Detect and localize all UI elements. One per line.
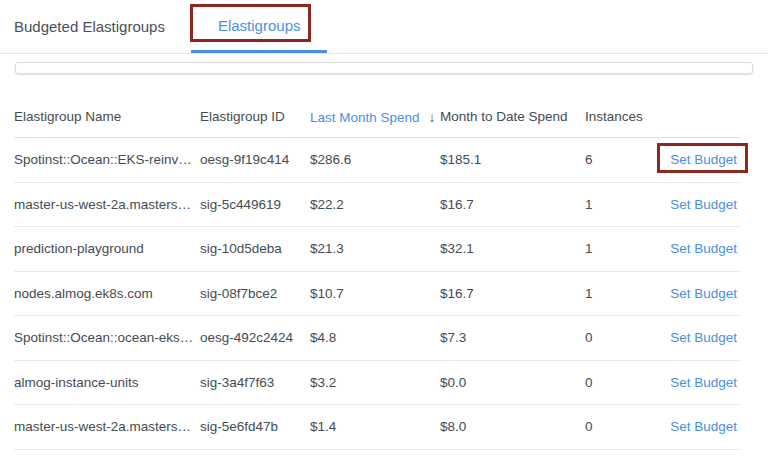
table-row: prediction-playground sig-10d5deba $21.3… xyxy=(14,227,741,272)
month-to-date-spend-value: $185.1 xyxy=(440,152,585,167)
last-month-spend-value: $286.6 xyxy=(310,152,440,167)
elastigroup-name: Spotinst::Ocean::ocean-eks… xyxy=(14,330,200,345)
tab-budgeted-elastigroups[interactable]: Budgeted Elastigroups xyxy=(14,0,165,53)
month-to-date-spend-value: $8.0 xyxy=(440,419,585,434)
set-budget-link[interactable]: Set Budget xyxy=(670,375,737,390)
budgets-screen: Budgeted Elastigroups Elastigroups Elast… xyxy=(0,0,768,457)
set-budget-link[interactable]: Set Budget xyxy=(670,419,737,434)
column-header-elastigroup-id[interactable]: Elastigroup ID xyxy=(200,109,310,124)
actions-cell: Set Budget xyxy=(670,197,741,212)
elastigroup-name: prediction-playground xyxy=(14,241,200,256)
table-row: master-us-west-2a.masters… sig-5e6fd47b … xyxy=(14,405,741,450)
last-month-spend-value: $10.7 xyxy=(310,286,440,301)
last-month-spend-value: $22.2 xyxy=(310,197,440,212)
table-row: master-us-west-2a.masters… sig-5c449619 … xyxy=(14,183,741,228)
elastigroup-id: sig-5c449619 xyxy=(200,197,310,212)
instances-count: 6 xyxy=(585,152,670,167)
actions-cell: Set Budget xyxy=(670,241,741,256)
month-to-date-spend-value: $16.7 xyxy=(440,197,585,212)
elastigroup-id: sig-08f7bce2 xyxy=(200,286,310,301)
actions-cell: Set Budget xyxy=(670,152,741,167)
elastigroup-name: master-us-west-2a.masters… xyxy=(14,419,200,434)
set-budget-link[interactable]: Set Budget xyxy=(670,197,737,212)
elastigroup-id: sig-10d5deba xyxy=(200,241,310,256)
tab-elastigroups[interactable]: Elastigroups xyxy=(191,0,328,53)
elastigroup-name: master-us-west-2a.masters… xyxy=(14,197,200,212)
instances-count: 0 xyxy=(585,375,670,390)
instances-count: 0 xyxy=(585,419,670,434)
month-to-date-spend-value: $16.7 xyxy=(440,286,585,301)
elastigroup-name: nodes.almog.ek8s.com xyxy=(14,286,200,301)
column-header-instances[interactable]: Instances xyxy=(585,109,670,124)
table-body: Spotinst::Ocean::EKS-reinv… oesg-9f19c41… xyxy=(14,138,741,450)
elastigroup-name: Spotinst::Ocean::EKS-reinv… xyxy=(14,152,200,167)
instances-count: 1 xyxy=(585,286,670,301)
last-month-spend-value: $4.8 xyxy=(310,330,440,345)
month-to-date-spend-value: $32.1 xyxy=(440,241,585,256)
actions-cell: Set Budget xyxy=(670,330,741,345)
last-month-spend-value: $21.3 xyxy=(310,241,440,256)
actions-cell: Set Budget xyxy=(670,419,741,434)
sort-descending-icon[interactable]: ↓ xyxy=(429,109,436,125)
elastigroup-id: sig-5e6fd47b xyxy=(200,419,310,434)
elastigroup-id: oesg-9f19c414 xyxy=(200,152,310,167)
set-budget-link[interactable]: Set Budget xyxy=(670,330,737,345)
instances-count: 1 xyxy=(585,197,670,212)
month-to-date-spend-value: $7.3 xyxy=(440,330,585,345)
instances-count: 1 xyxy=(585,241,670,256)
table-row: nodes.almog.ek8s.com sig-08f7bce2 $10.7 … xyxy=(14,272,741,317)
column-header-month-to-date-spend[interactable]: Month to Date Spend xyxy=(440,109,585,124)
column-header-last-month-spend-label: Last Month Spend xyxy=(310,110,420,125)
table-header-row: Elastigroup Name Elastigroup ID Last Mon… xyxy=(14,96,741,138)
table-row: almog-instance-units sig-3a4f7f63 $3.2 $… xyxy=(14,361,741,406)
column-header-elastigroup-name[interactable]: Elastigroup Name xyxy=(14,109,200,124)
set-budget-link[interactable]: Set Budget xyxy=(670,286,737,301)
table-row: Spotinst::Ocean::EKS-reinv… oesg-9f19c41… xyxy=(14,138,741,183)
column-header-last-month-spend[interactable]: Last Month Spend↓ xyxy=(310,109,440,125)
actions-cell: Set Budget xyxy=(670,286,741,301)
month-to-date-spend-value: $0.0 xyxy=(440,375,585,390)
elastigroup-name: almog-instance-units xyxy=(14,375,200,390)
elastigroups-table: Elastigroup Name Elastigroup ID Last Mon… xyxy=(14,96,741,450)
elastigroup-id: sig-3a4f7f63 xyxy=(200,375,310,390)
last-month-spend-value: $1.4 xyxy=(310,419,440,434)
tab-bar: Budgeted Elastigroups Elastigroups xyxy=(0,0,768,54)
table-row: Spotinst::Ocean::ocean-eks… oesg-492c242… xyxy=(14,316,741,361)
set-budget-link[interactable]: Set Budget xyxy=(670,152,737,167)
actions-cell: Set Budget xyxy=(670,375,741,390)
set-budget-link[interactable]: Set Budget xyxy=(670,241,737,256)
last-month-spend-value: $3.2 xyxy=(310,375,440,390)
elastigroup-id: oesg-492c2424 xyxy=(200,330,310,345)
filter-bar[interactable] xyxy=(15,62,753,74)
instances-count: 0 xyxy=(585,330,670,345)
